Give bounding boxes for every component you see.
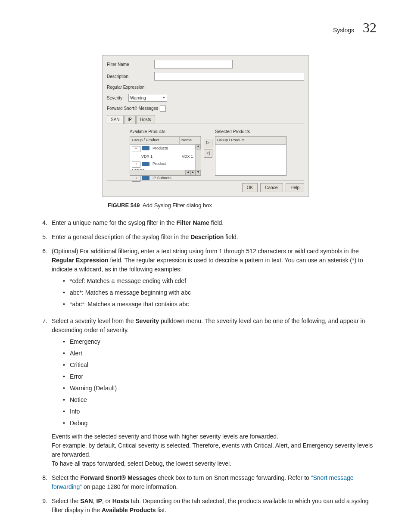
step-number: 9. <box>34 497 52 515</box>
scrollbar-horizontal[interactable]: ◂▸ <box>130 170 196 175</box>
bullet-item: *abc*: Matches a message that contains a… <box>63 300 377 309</box>
description-label: Description <box>107 73 154 80</box>
step-text: Select the SAN, IP, or Hosts tab. Depend… <box>52 497 377 515</box>
page-header: Syslogs 32 <box>34 17 377 38</box>
col-group-product: Group / Product <box>130 137 180 144</box>
tree-ip-subnets[interactable]: IP Subnets <box>151 175 173 180</box>
chapter-number: 32 <box>363 17 377 38</box>
col-name: Name <box>180 137 201 144</box>
bullet-item: *cdef: Matches a message ending with cde… <box>63 277 377 286</box>
step-text: Enter a general description of the syslo… <box>52 233 377 242</box>
move-right-button[interactable]: ▷ <box>204 139 212 147</box>
tab-hosts[interactable]: Hosts <box>136 115 155 124</box>
bullet-item: Critical <box>63 361 377 370</box>
selected-products-list[interactable]: Group / Product <box>215 136 286 176</box>
forward-snort-checkbox[interactable] <box>160 106 166 112</box>
step-text: Select the Forward Snort® Messages check… <box>52 473 377 492</box>
product-tabs: SAN IP Hosts <box>107 115 304 124</box>
move-left-button[interactable]: ◁ <box>204 149 212 158</box>
step-text: (Optional) For additional filtering, ent… <box>52 247 377 311</box>
section-title: Syslogs <box>333 26 354 35</box>
chevron-down-icon: ▼ <box>162 96 165 100</box>
severity-select[interactable]: Warning ▼ <box>128 94 167 102</box>
available-products-title: Available Products <box>130 128 201 135</box>
bullet-item: Info <box>63 407 377 416</box>
step-number: 7. <box>34 317 52 468</box>
scroll-right-icon[interactable]: ▸ <box>190 170 196 175</box>
bullet-item: Emergency <box>63 337 377 346</box>
filter-name-label: Filter Name <box>107 61 154 68</box>
bullet-item: Notice <box>63 395 377 404</box>
bullet-item: Error <box>63 372 377 381</box>
scroll-left-icon[interactable]: ◂ <box>185 170 190 175</box>
step-number: 6. <box>34 247 52 311</box>
tab-ip[interactable]: IP <box>124 115 136 124</box>
add-syslog-filter-dialog: Filter Name Description Regular Expressi… <box>102 55 309 197</box>
help-button[interactable]: Help <box>286 183 304 192</box>
forward-snort-label: Forward Snort® Messages <box>107 105 158 112</box>
step-text: Select a severity level from the Severit… <box>52 317 377 468</box>
step-text: Enter a unique name for the syslog filte… <box>52 218 377 227</box>
filter-name-input[interactable] <box>154 60 233 68</box>
tab-san[interactable]: SAN <box>107 115 124 124</box>
scroll-down-icon[interactable]: ▼ <box>196 170 201 175</box>
severity-label: Severity <box>107 95 128 101</box>
severity-value: Warning <box>130 95 146 101</box>
scrollbar-vertical[interactable]: ▲▼ <box>195 144 201 175</box>
available-products-list[interactable]: Group / Product Name −Products VDX 1VDX … <box>130 136 201 176</box>
step-number: 8. <box>34 473 52 492</box>
figure-caption: FIGURE 549 Add Syslog Filter dialog box <box>108 201 377 210</box>
bullet-item: Alert <box>63 349 377 358</box>
description-input[interactable] <box>154 72 304 81</box>
bullet-item: Warning (Default) <box>63 384 377 393</box>
tree-item-vdx1[interactable]: VDX 1 <box>140 154 154 159</box>
cancel-button[interactable]: Cancel <box>260 183 283 192</box>
tree-products: Products <box>151 146 170 151</box>
col-group-product-sel: Group / Product <box>215 137 286 144</box>
step-number: 4. <box>34 218 52 227</box>
scroll-up-icon[interactable]: ▲ <box>196 144 201 149</box>
regex-label: Regular Expression <box>107 84 154 90</box>
bullet-item: abc*: Matches a message beginning with a… <box>63 288 377 297</box>
bullet-item: Debug <box>63 419 377 428</box>
selected-products-title: Selected Products <box>215 128 286 135</box>
ok-button[interactable]: OK <box>242 183 258 192</box>
step-number: 5. <box>34 233 52 242</box>
